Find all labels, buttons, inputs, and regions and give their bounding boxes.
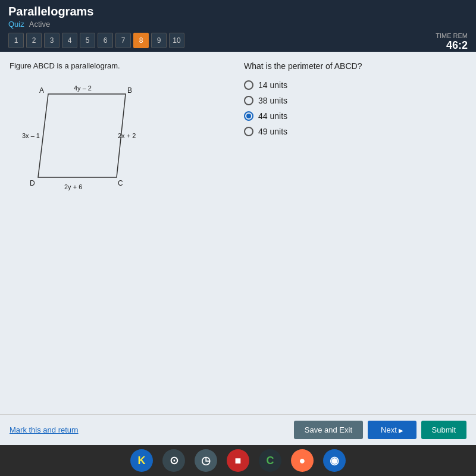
answer-section: What is the perimeter of ABCD? 14 units3… <box>244 61 466 405</box>
nav-btn-8[interactable]: 8 <box>133 33 149 48</box>
nav-btn-3[interactable]: 3 <box>44 33 60 48</box>
nav-btn-4[interactable]: 4 <box>62 33 77 48</box>
options-list: 14 units38 units44 units49 units <box>244 80 466 136</box>
k-icon[interactable]: K <box>130 449 153 472</box>
nav-btn-1[interactable]: 1 <box>8 33 24 48</box>
nav-btn-6[interactable]: 6 <box>98 33 113 48</box>
svg-text:B: B <box>127 86 132 95</box>
radio-3[interactable] <box>244 127 253 136</box>
top-bar: Parallelograms Quiz Active 12345678910 T… <box>0 0 476 52</box>
figure-section: Figure ABCD is a parallelogram. A B C D … <box>10 61 232 405</box>
svg-text:2x + 2: 2x + 2 <box>118 132 136 139</box>
option-item-3[interactable]: 49 units <box>244 127 466 136</box>
compass-icon[interactable]: ⊙ <box>162 449 185 472</box>
taskbar: K⊙◷■C●◉ <box>0 445 476 476</box>
svg-marker-0 <box>38 94 126 177</box>
nav-btn-2[interactable]: 2 <box>26 33 42 48</box>
svg-text:A: A <box>39 86 44 95</box>
radio-0[interactable] <box>244 80 253 90</box>
option-label-2: 44 units <box>258 111 287 121</box>
nav-btn-10[interactable]: 10 <box>169 33 184 48</box>
question-text: What is the perimeter of ABCD? <box>244 61 466 71</box>
question-area: Figure ABCD is a parallelogram. A B C D … <box>0 52 476 414</box>
time-remaining-label: TIME REM <box>436 32 468 39</box>
question-nav: 12345678910 <box>8 33 184 52</box>
option-item-0[interactable]: 14 units <box>244 80 466 90</box>
save-exit-button[interactable]: Save and Exit <box>294 421 363 439</box>
option-label-1: 38 units <box>258 96 287 105</box>
radio-1[interactable] <box>244 96 253 105</box>
status-label: Active <box>29 20 50 29</box>
nav-row: 12345678910 TIME REM 46:2 <box>8 32 468 52</box>
next-button[interactable]: Next <box>368 421 416 439</box>
svg-text:D: D <box>30 179 35 187</box>
option-label-0: 14 units <box>258 80 287 90</box>
nav-btn-9[interactable]: 9 <box>151 33 167 48</box>
option-label-3: 49 units <box>258 127 287 136</box>
time-remaining: TIME REM 46:2 <box>436 32 468 52</box>
nav-btn-7[interactable]: 7 <box>115 33 131 48</box>
submit-button[interactable]: Submit <box>421 421 466 439</box>
radio-2[interactable] <box>244 111 253 121</box>
nav-btn-5[interactable]: 5 <box>80 33 95 48</box>
bottom-buttons: Save and Exit Next Submit <box>294 421 466 439</box>
svg-text:C: C <box>118 179 123 187</box>
app-title: Parallelograms <box>8 5 468 18</box>
red-icon[interactable]: ■ <box>227 449 249 472</box>
svg-text:3x – 1: 3x – 1 <box>22 132 40 139</box>
option-item-1[interactable]: 38 units <box>244 96 466 105</box>
parallelogram-container: A B C D 4y – 2 2y + 6 3x – 1 2x + 2 <box>21 83 140 190</box>
time-value: 46:2 <box>436 39 468 52</box>
chrome-icon[interactable]: C <box>259 449 281 472</box>
mark-return-link[interactable]: Mark this and return <box>10 425 79 434</box>
svg-text:4y – 2: 4y – 2 <box>74 84 92 92</box>
bottom-bar: Mark this and return Save and Exit Next … <box>0 414 476 445</box>
quiz-label: Quiz <box>8 20 24 29</box>
clock-icon[interactable]: ◷ <box>195 449 217 472</box>
circle-icon[interactable]: ● <box>291 449 314 472</box>
option-item-2[interactable]: 44 units <box>244 111 466 121</box>
svg-text:2y + 6: 2y + 6 <box>64 183 82 190</box>
blue-icon[interactable]: ◉ <box>323 449 346 472</box>
figure-label: Figure ABCD is a parallelogram. <box>10 61 232 70</box>
quiz-status: Quiz Active <box>8 20 468 29</box>
main-content: Figure ABCD is a parallelogram. A B C D … <box>0 52 476 445</box>
